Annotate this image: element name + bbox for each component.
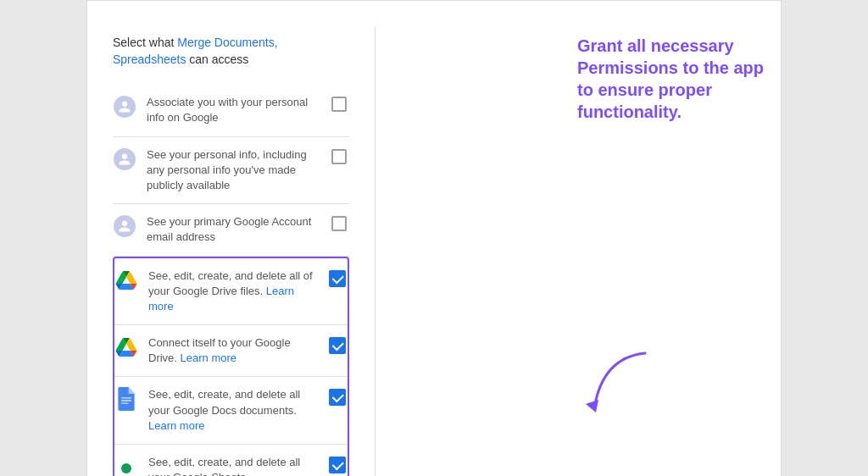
learn-more-docs[interactable]: Learn more <box>148 419 204 432</box>
app-name-1: Merge Documents, <box>177 36 277 49</box>
sheets-dot-icon <box>121 463 131 473</box>
annotation-panel: Grant all necessary Permissions to the a… <box>376 26 781 476</box>
checkbox-sheets[interactable] <box>327 455 348 473</box>
checkbox-email[interactable] <box>329 214 349 231</box>
drive-icon-2 <box>114 335 138 359</box>
annotation-text: Grant all necessary Permissions to the a… <box>577 35 772 123</box>
permission-docs: See, edit, create, and delete all your G… <box>114 377 348 445</box>
highlighted-permissions-group: See, edit, create, and delete all of you… <box>113 257 349 477</box>
unchecked-checkbox[interactable] <box>331 97 347 112</box>
svg-rect-0 <box>121 398 131 399</box>
permission-text-email: See your primary Google Account email ad… <box>147 214 319 245</box>
permission-text-drive-files: See, edit, create, and delete all of you… <box>148 268 317 315</box>
avatar-icon <box>114 148 136 170</box>
drive-icon-1 <box>114 268 138 292</box>
permission-text-connect-drive: Connect itself to your Google Drive. Lea… <box>148 335 317 366</box>
permission-connect-drive: Connect itself to your Google Drive. Lea… <box>114 325 348 377</box>
permission-text-sheets: See, edit, create, and delete all your G… <box>148 455 317 476</box>
permission-text-associate: Associate you with your personal info on… <box>147 95 319 125</box>
checked-checkbox[interactable] <box>329 337 346 354</box>
person-icon-2 <box>113 147 136 171</box>
main-container: Select what Merge Documents, Spreadsheet… <box>86 0 782 476</box>
docs-icon-area <box>114 387 138 411</box>
permission-text-docs: See, edit, create, and delete all your G… <box>148 387 317 434</box>
permission-email: See your primary Google Account email ad… <box>113 204 349 256</box>
checkbox-docs[interactable] <box>327 387 348 406</box>
checkbox-personal[interactable] <box>329 147 349 164</box>
unchecked-checkbox[interactable] <box>331 149 347 164</box>
permission-associate: Associate you with your personal info on… <box>113 85 349 136</box>
checked-checkbox[interactable] <box>329 389 346 406</box>
avatar-icon <box>114 215 136 237</box>
checked-checkbox[interactable] <box>329 270 346 287</box>
title-suffix: can access <box>186 53 248 66</box>
learn-more-connect[interactable]: Learn more <box>181 351 236 364</box>
svg-rect-2 <box>121 403 129 404</box>
checkbox-connect-drive[interactable] <box>327 335 348 354</box>
permissions-panel: Select what Merge Documents, Spreadsheet… <box>87 26 376 476</box>
title-prefix: Select what <box>113 36 177 49</box>
svg-rect-1 <box>121 401 131 401</box>
permission-text-personal: See your personal info, including any pe… <box>147 147 319 194</box>
checkbox-drive-files[interactable] <box>327 268 348 287</box>
sheets-icon-area <box>114 455 138 476</box>
panel-title: Select what Merge Documents, Spreadsheet… <box>113 35 349 68</box>
app-name-2: Spreadsheets <box>113 53 186 66</box>
person-icon-3 <box>113 214 136 238</box>
arrow-annotation <box>577 349 662 420</box>
checkbox-associate[interactable] <box>329 95 349 112</box>
checked-checkbox[interactable] <box>329 457 346 473</box>
svg-marker-3 <box>586 400 598 412</box>
unchecked-checkbox[interactable] <box>331 216 347 231</box>
avatar-icon <box>114 96 136 118</box>
permission-personal-info: See your personal info, including any pe… <box>113 137 349 205</box>
permission-drive-files: See, edit, create, and delete all of you… <box>114 258 348 326</box>
person-icon-1 <box>113 95 136 119</box>
permission-sheets: See, edit, create, and delete all your G… <box>114 445 348 476</box>
